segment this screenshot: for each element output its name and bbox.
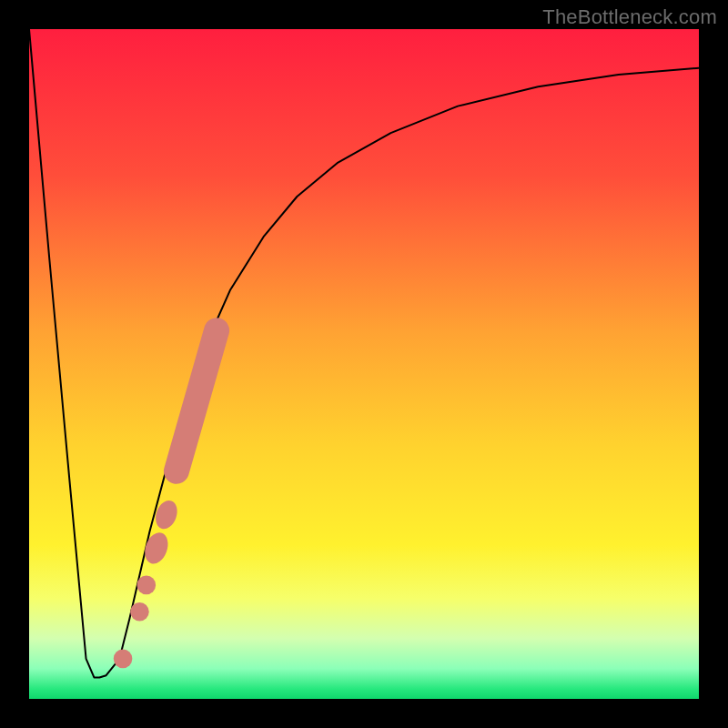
marker-dot (130, 602, 149, 622)
marker-dot (114, 650, 133, 669)
watermark-text: TheBottleneck.com (542, 5, 717, 29)
plot-area (29, 29, 699, 699)
chart-svg (29, 29, 699, 699)
chart-frame: TheBottleneck.com (0, 0, 728, 728)
gradient-background (29, 29, 699, 699)
marker-dot (136, 576, 156, 595)
